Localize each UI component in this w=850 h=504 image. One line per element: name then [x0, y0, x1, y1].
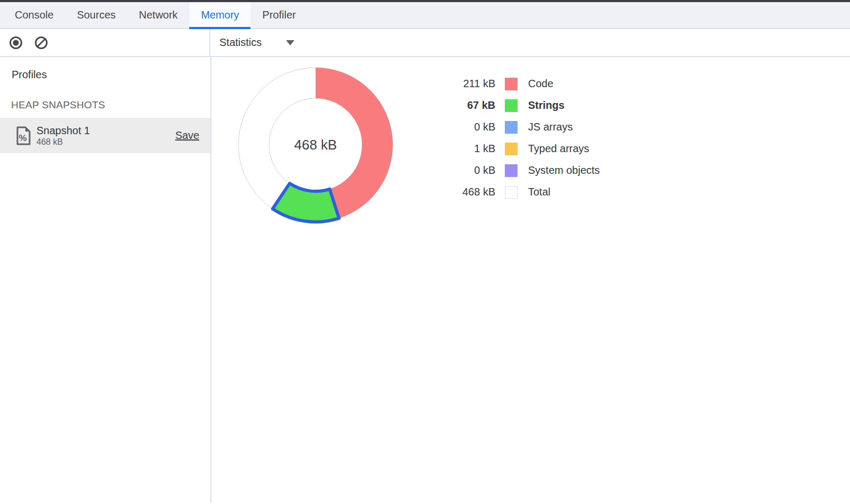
- snapshot-name: Snapshot 1: [36, 124, 90, 137]
- legend-label: Code: [528, 78, 553, 90]
- legend-row-code: 211 kB Code: [413, 73, 600, 95]
- profiles-toolbar: [0, 29, 210, 56]
- perspective-select[interactable]: Statistics: [219, 36, 294, 49]
- snapshot-list-item[interactable]: % Snapshot 1 468 kB Save: [0, 118, 210, 153]
- tab-network[interactable]: Network: [127, 2, 189, 28]
- legend-row-js-arrays: 0 kB JS arrays: [413, 116, 600, 138]
- devtools-tabbar: Console Sources Network Memory Profiler: [0, 2, 850, 29]
- legend-value: 0 kB: [413, 164, 495, 176]
- dropdown-arrow-icon: [286, 40, 294, 45]
- memory-toolbar: Statistics: [0, 29, 850, 57]
- system-objects-swatch-icon: [505, 164, 518, 177]
- legend-value: 468 kB: [413, 186, 495, 198]
- statistics-view: 468 kB 211 kB Code 67 kB Strings 0 kB JS…: [212, 57, 850, 503]
- record-button[interactable]: [9, 36, 23, 50]
- tab-sources[interactable]: Sources: [65, 2, 127, 28]
- save-snapshot-link[interactable]: Save: [175, 129, 199, 142]
- svg-text:%: %: [19, 133, 26, 143]
- snapshot-size: 468 kB: [36, 137, 90, 147]
- heap-snapshot-file-icon: %: [16, 126, 31, 145]
- profiles-heading: Profiles: [12, 69, 47, 81]
- chart-legend: 211 kB Code 67 kB Strings 0 kB JS arrays…: [413, 73, 600, 203]
- tab-memory[interactable]: Memory: [189, 2, 251, 28]
- legend-row-total: 468 kB Total: [413, 181, 600, 203]
- strings-swatch-icon: [505, 99, 518, 112]
- profiles-sidebar: Profiles HEAP SNAPSHOTS % Snapshot 1 468…: [0, 57, 211, 503]
- perspective-select-label: Statistics: [219, 36, 262, 49]
- legend-label: Total: [528, 186, 550, 198]
- donut-svg[interactable]: [236, 66, 395, 224]
- heap-snapshots-heading: HEAP SNAPSHOTS: [11, 99, 105, 111]
- view-toolbar: Statistics: [210, 29, 850, 56]
- total-swatch-icon: [505, 186, 518, 199]
- legend-value: 211 kB: [413, 78, 495, 90]
- memory-panel-content: Profiles HEAP SNAPSHOTS % Snapshot 1 468…: [0, 57, 850, 503]
- legend-value: 67 kB: [413, 99, 495, 111]
- clear-icon: [34, 36, 48, 50]
- js-arrays-swatch-icon: [505, 121, 518, 134]
- legend-value: 1 kB: [413, 143, 495, 155]
- code-swatch-icon: [505, 78, 518, 90]
- legend-row-strings: 67 kB Strings: [413, 95, 600, 116]
- record-icon: [9, 36, 23, 50]
- heap-donut-chart[interactable]: 468 kB: [236, 66, 395, 224]
- legend-label: Strings: [528, 99, 565, 111]
- legend-value: 0 kB: [413, 121, 495, 133]
- clear-profiles-button[interactable]: [34, 36, 48, 50]
- legend-label: System objects: [528, 164, 600, 176]
- tab-console[interactable]: Console: [3, 2, 65, 28]
- legend-label: JS arrays: [528, 121, 572, 133]
- tab-profiler[interactable]: Profiler: [251, 2, 307, 28]
- legend-row-system-objects: 0 kB System objects: [413, 160, 600, 181]
- legend-row-typed-arrays: 1 kB Typed arrays: [413, 138, 600, 160]
- snapshot-text: Snapshot 1 468 kB: [36, 124, 90, 147]
- legend-label: Typed arrays: [528, 143, 589, 155]
- typed-arrays-swatch-icon: [505, 143, 518, 155]
- slice-strings[interactable]: [273, 183, 339, 222]
